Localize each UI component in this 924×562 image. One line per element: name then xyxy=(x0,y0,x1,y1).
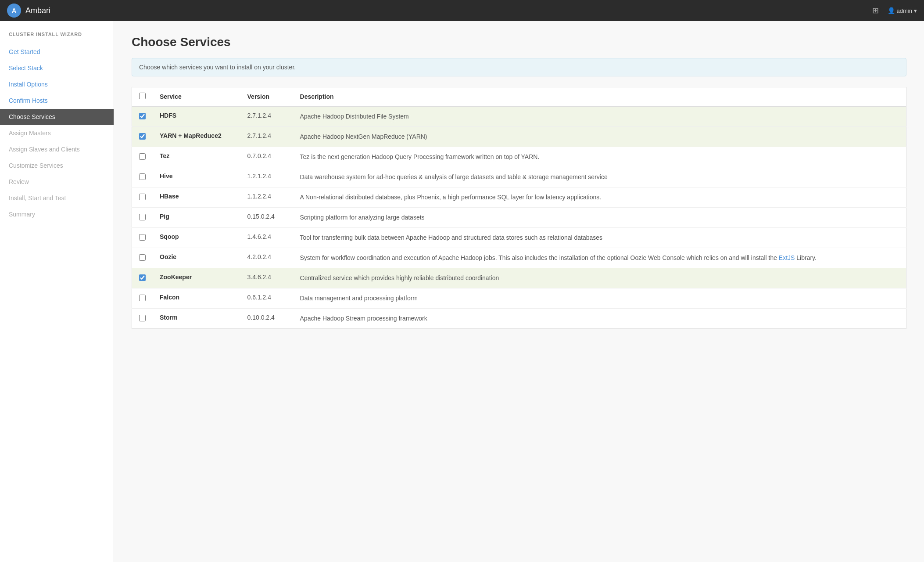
service-checkbox-hive[interactable] xyxy=(139,173,146,180)
table-row: YARN + MapReduce22.7.1.2.4Apache Hadoop … xyxy=(132,127,906,147)
table-row: HDFS2.7.1.2.4Apache Hadoop Distributed F… xyxy=(132,106,906,127)
service-description: Data warehouse system for ad-hoc queries… xyxy=(293,167,906,187)
main-layout: CLUSTER INSTALL WIZARD Get StartedSelect… xyxy=(0,21,924,562)
service-checkbox-cell[interactable] xyxy=(132,208,153,228)
service-checkbox-cell[interactable] xyxy=(132,106,153,127)
service-name-cell: Hive xyxy=(153,167,240,187)
table-row: Oozie4.2.0.2.4System for workflow coordi… xyxy=(132,248,906,268)
service-checkbox-cell[interactable] xyxy=(132,167,153,187)
sidebar-item-customize-services: Customize Services xyxy=(0,158,114,174)
services-list: HDFS2.7.1.2.4Apache Hadoop Distributed F… xyxy=(132,106,906,329)
service-name-cell: Pig xyxy=(153,208,240,228)
sidebar: CLUSTER INSTALL WIZARD Get StartedSelect… xyxy=(0,21,114,562)
service-description: A Non-relational distributed database, p… xyxy=(293,187,906,208)
service-name-cell: Falcon xyxy=(153,288,240,309)
service-name: Falcon xyxy=(160,294,179,301)
service-checkbox-oozie[interactable] xyxy=(139,254,146,261)
service-name-cell: Oozie xyxy=(153,248,240,268)
sidebar-item-install-start-test: Install, Start and Test xyxy=(0,190,114,206)
extjs-link[interactable]: ExtJS xyxy=(779,254,795,261)
sidebar-item-summary: Summary xyxy=(0,206,114,223)
sidebar-item-install-options[interactable]: Install Options xyxy=(0,76,114,93)
service-version: 2.7.1.2.4 xyxy=(240,106,293,127)
service-version: 3.4.6.2.4 xyxy=(240,268,293,288)
service-checkbox-hbase[interactable] xyxy=(139,194,146,200)
service-checkbox-yarn-mapreduce2[interactable] xyxy=(139,133,146,140)
service-checkbox-cell[interactable] xyxy=(132,248,153,268)
service-name-cell: Sqoop xyxy=(153,228,240,248)
service-version: 0.6.1.2.4 xyxy=(240,288,293,309)
service-checkbox-cell[interactable] xyxy=(132,187,153,208)
user-menu[interactable]: admin ▾ xyxy=(888,7,917,14)
app-logo: A xyxy=(7,4,21,18)
service-name-cell: HBase xyxy=(153,187,240,208)
service-checkbox-storm[interactable] xyxy=(139,315,146,321)
service-checkbox-cell[interactable] xyxy=(132,228,153,248)
service-name-cell: YARN + MapReduce2 xyxy=(153,127,240,147)
sidebar-item-assign-slaves: Assign Slaves and Clients xyxy=(0,141,114,158)
sidebar-item-confirm-hosts[interactable]: Confirm Hosts xyxy=(0,93,114,109)
service-checkbox-pig[interactable] xyxy=(139,214,146,220)
service-name: YARN + MapReduce2 xyxy=(160,132,222,139)
service-name-cell: ZooKeeper xyxy=(153,268,240,288)
service-version: 1.2.1.2.4 xyxy=(240,167,293,187)
navbar: A Ambari ⊞ admin ▾ xyxy=(0,0,924,21)
service-checkbox-sqoop[interactable] xyxy=(139,234,146,241)
select-all-checkbox[interactable] xyxy=(139,93,146,99)
sidebar-item-select-stack[interactable]: Select Stack xyxy=(0,60,114,76)
sidebar-nav: Get StartedSelect StackInstall OptionsCo… xyxy=(0,44,114,223)
grid-icon[interactable]: ⊞ xyxy=(872,6,879,15)
service-description: Centralized service which provides highl… xyxy=(293,268,906,288)
app-title: Ambari xyxy=(25,6,50,15)
header-version: Version xyxy=(240,87,293,107)
service-version: 0.10.0.2.4 xyxy=(240,309,293,329)
service-version: 1.4.6.2.4 xyxy=(240,228,293,248)
sidebar-item-review: Review xyxy=(0,174,114,190)
service-checkbox-zookeeper[interactable] xyxy=(139,274,146,281)
header-checkbox-col[interactable] xyxy=(132,87,153,107)
table-header-row: Service Version Description xyxy=(132,87,906,107)
service-name: Oozie xyxy=(160,253,176,260)
service-name-cell: Storm xyxy=(153,309,240,329)
service-name: HBase xyxy=(160,193,179,200)
service-name: Storm xyxy=(160,314,177,321)
service-name: HDFS xyxy=(160,112,176,119)
header-service: Service xyxy=(153,87,240,107)
main-content: Choose Services Choose which services yo… xyxy=(114,21,924,562)
service-checkbox-cell[interactable] xyxy=(132,127,153,147)
page-title: Choose Services xyxy=(132,35,906,49)
service-description: Apache Hadoop NextGen MapReduce (YARN) xyxy=(293,127,906,147)
service-description: System for workflow coordination and exe… xyxy=(293,248,906,268)
table-row: Storm0.10.0.2.4Apache Hadoop Stream proc… xyxy=(132,309,906,329)
service-checkbox-hdfs[interactable] xyxy=(139,113,146,119)
user-label: admin xyxy=(897,7,912,14)
table-row: ZooKeeper3.4.6.2.4Centralized service wh… xyxy=(132,268,906,288)
header-description: Description xyxy=(293,87,906,107)
service-version: 0.15.0.2.4 xyxy=(240,208,293,228)
service-checkbox-cell[interactable] xyxy=(132,147,153,167)
service-name-cell: Tez xyxy=(153,147,240,167)
table-row: Pig0.15.0.2.4Scripting platform for anal… xyxy=(132,208,906,228)
sidebar-item-assign-masters: Assign Masters xyxy=(0,125,114,141)
service-checkbox-cell[interactable] xyxy=(132,309,153,329)
service-checkbox-tez[interactable] xyxy=(139,153,146,160)
table-row: Tez0.7.0.2.4Tez is the next generation H… xyxy=(132,147,906,167)
service-name: Tez xyxy=(160,152,169,159)
service-description: Tez is the next generation Hadoop Query … xyxy=(293,147,906,167)
service-version: 0.7.0.2.4 xyxy=(240,147,293,167)
service-version: 4.2.0.2.4 xyxy=(240,248,293,268)
services-table: Service Version Description HDFS2.7.1.2.… xyxy=(132,87,906,329)
sidebar-item-get-started[interactable]: Get Started xyxy=(0,44,114,60)
service-checkbox-cell[interactable] xyxy=(132,288,153,309)
service-checkbox-falcon[interactable] xyxy=(139,295,146,301)
service-description: Scripting platform for analyzing large d… xyxy=(293,208,906,228)
service-checkbox-cell[interactable] xyxy=(132,268,153,288)
table-row: HBase1.1.2.2.4A Non-relational distribut… xyxy=(132,187,906,208)
wizard-title: CLUSTER INSTALL WIZARD xyxy=(0,32,114,44)
service-version: 1.1.2.2.4 xyxy=(240,187,293,208)
table-row: Sqoop1.4.6.2.4Tool for transferring bulk… xyxy=(132,228,906,248)
sidebar-item-choose-services[interactable]: Choose Services xyxy=(0,109,114,125)
service-description: Apache Hadoop Distributed File System xyxy=(293,106,906,127)
service-version: 2.7.1.2.4 xyxy=(240,127,293,147)
service-name: Pig xyxy=(160,213,169,220)
